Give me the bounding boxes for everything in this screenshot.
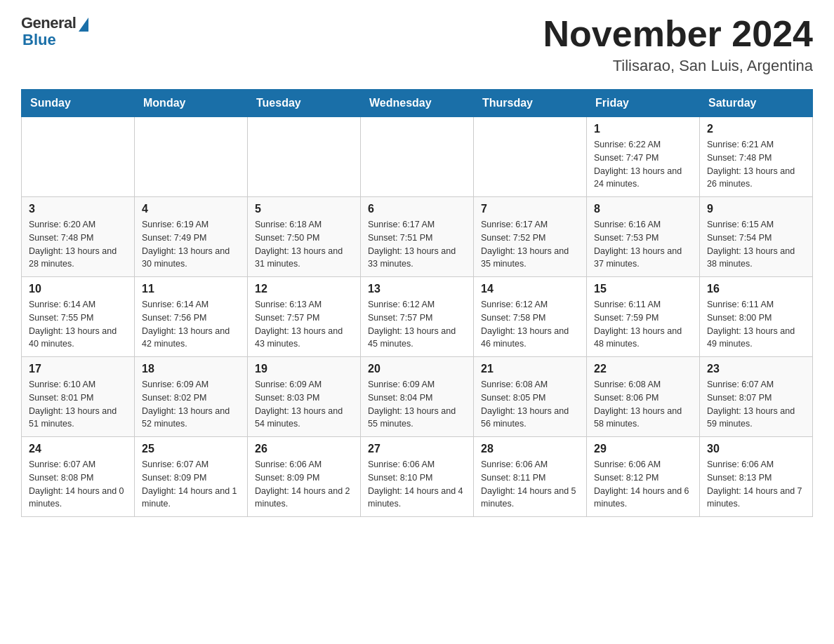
table-row: 15Sunrise: 6:11 AMSunset: 7:59 PMDayligh… [587, 277, 700, 357]
table-row [22, 117, 135, 197]
day-number: 21 [481, 363, 579, 375]
table-row: 11Sunrise: 6:14 AMSunset: 7:56 PMDayligh… [135, 277, 248, 357]
day-sun-info: Sunrise: 6:11 AMSunset: 8:00 PMDaylight:… [707, 298, 805, 351]
table-row: 13Sunrise: 6:12 AMSunset: 7:57 PMDayligh… [361, 277, 474, 357]
day-sun-info: Sunrise: 6:19 AMSunset: 7:49 PMDaylight:… [142, 218, 240, 271]
calendar-week-row: 10Sunrise: 6:14 AMSunset: 7:55 PMDayligh… [22, 277, 813, 357]
table-row: 29Sunrise: 6:06 AMSunset: 8:12 PMDayligh… [587, 437, 700, 517]
day-sun-info: Sunrise: 6:09 AMSunset: 8:02 PMDaylight:… [142, 378, 240, 431]
table-row: 10Sunrise: 6:14 AMSunset: 7:55 PMDayligh… [22, 277, 135, 357]
logo-general-text: General [21, 14, 76, 32]
day-number: 4 [142, 203, 240, 215]
table-row: 9Sunrise: 6:15 AMSunset: 7:54 PMDaylight… [700, 197, 813, 277]
day-sun-info: Sunrise: 6:06 AMSunset: 8:11 PMDaylight:… [481, 458, 579, 511]
day-sun-info: Sunrise: 6:12 AMSunset: 7:58 PMDaylight:… [481, 298, 579, 351]
table-row: 3Sunrise: 6:20 AMSunset: 7:48 PMDaylight… [22, 197, 135, 277]
day-sun-info: Sunrise: 6:14 AMSunset: 7:55 PMDaylight:… [29, 298, 127, 351]
day-number: 10 [29, 283, 127, 295]
day-sun-info: Sunrise: 6:11 AMSunset: 7:59 PMDaylight:… [594, 298, 692, 351]
logo: General Blue [21, 14, 88, 49]
day-number: 30 [707, 443, 805, 455]
day-sun-info: Sunrise: 6:06 AMSunset: 8:12 PMDaylight:… [594, 458, 692, 511]
day-number: 11 [142, 283, 240, 295]
day-sun-info: Sunrise: 6:07 AMSunset: 8:09 PMDaylight:… [142, 458, 240, 511]
table-row: 14Sunrise: 6:12 AMSunset: 7:58 PMDayligh… [474, 277, 587, 357]
table-row: 30Sunrise: 6:06 AMSunset: 8:13 PMDayligh… [700, 437, 813, 517]
location-subtitle: Tilisarao, San Luis, Argentina [543, 57, 813, 75]
col-monday: Monday [135, 90, 248, 117]
day-number: 7 [481, 203, 579, 215]
day-sun-info: Sunrise: 6:12 AMSunset: 7:57 PMDaylight:… [368, 298, 466, 351]
day-number: 17 [29, 363, 127, 375]
table-row: 22Sunrise: 6:08 AMSunset: 8:06 PMDayligh… [587, 357, 700, 437]
calendar-week-row: 3Sunrise: 6:20 AMSunset: 7:48 PMDaylight… [22, 197, 813, 277]
day-sun-info: Sunrise: 6:20 AMSunset: 7:48 PMDaylight:… [29, 218, 127, 271]
col-friday: Friday [587, 90, 700, 117]
table-row: 16Sunrise: 6:11 AMSunset: 8:00 PMDayligh… [700, 277, 813, 357]
table-row: 20Sunrise: 6:09 AMSunset: 8:04 PMDayligh… [361, 357, 474, 437]
table-row [135, 117, 248, 197]
day-number: 25 [142, 443, 240, 455]
table-row: 1Sunrise: 6:22 AMSunset: 7:47 PMDaylight… [587, 117, 700, 197]
day-number: 9 [707, 203, 805, 215]
day-sun-info: Sunrise: 6:16 AMSunset: 7:53 PMDaylight:… [594, 218, 692, 271]
day-number: 20 [368, 363, 466, 375]
table-row: 17Sunrise: 6:10 AMSunset: 8:01 PMDayligh… [22, 357, 135, 437]
table-row: 26Sunrise: 6:06 AMSunset: 8:09 PMDayligh… [248, 437, 361, 517]
table-row: 4Sunrise: 6:19 AMSunset: 7:49 PMDaylight… [135, 197, 248, 277]
day-number: 3 [29, 203, 127, 215]
day-number: 5 [255, 203, 353, 215]
col-thursday: Thursday [474, 90, 587, 117]
calendar-week-row: 24Sunrise: 6:07 AMSunset: 8:08 PMDayligh… [22, 437, 813, 517]
col-saturday: Saturday [700, 90, 813, 117]
day-number: 1 [594, 123, 692, 135]
table-row: 28Sunrise: 6:06 AMSunset: 8:11 PMDayligh… [474, 437, 587, 517]
logo-blue-text: Blue [21, 31, 56, 49]
day-sun-info: Sunrise: 6:21 AMSunset: 7:48 PMDaylight:… [707, 138, 805, 191]
day-number: 12 [255, 283, 353, 295]
table-row: 27Sunrise: 6:06 AMSunset: 8:10 PMDayligh… [361, 437, 474, 517]
table-row: 5Sunrise: 6:18 AMSunset: 7:50 PMDaylight… [248, 197, 361, 277]
table-row: 19Sunrise: 6:09 AMSunset: 8:03 PMDayligh… [248, 357, 361, 437]
day-number: 16 [707, 283, 805, 295]
table-row: 7Sunrise: 6:17 AMSunset: 7:52 PMDaylight… [474, 197, 587, 277]
table-row [361, 117, 474, 197]
col-wednesday: Wednesday [361, 90, 474, 117]
day-number: 28 [481, 443, 579, 455]
day-sun-info: Sunrise: 6:07 AMSunset: 8:07 PMDaylight:… [707, 378, 805, 431]
page-header: General Blue November 2024 Tilisarao, Sa… [21, 14, 813, 75]
day-sun-info: Sunrise: 6:18 AMSunset: 7:50 PMDaylight:… [255, 218, 353, 271]
table-row: 24Sunrise: 6:07 AMSunset: 8:08 PMDayligh… [22, 437, 135, 517]
calendar-table: Sunday Monday Tuesday Wednesday Thursday… [21, 89, 813, 517]
day-number: 2 [707, 123, 805, 135]
day-number: 14 [481, 283, 579, 295]
table-row: 25Sunrise: 6:07 AMSunset: 8:09 PMDayligh… [135, 437, 248, 517]
day-number: 8 [594, 203, 692, 215]
title-block: November 2024 Tilisarao, San Luis, Argen… [543, 14, 813, 75]
calendar-title: November 2024 [543, 14, 813, 54]
day-sun-info: Sunrise: 6:06 AMSunset: 8:13 PMDaylight:… [707, 458, 805, 511]
day-number: 27 [368, 443, 466, 455]
table-row [248, 117, 361, 197]
day-number: 22 [594, 363, 692, 375]
col-tuesday: Tuesday [248, 90, 361, 117]
calendar-header-row: Sunday Monday Tuesday Wednesday Thursday… [22, 90, 813, 117]
table-row: 6Sunrise: 6:17 AMSunset: 7:51 PMDaylight… [361, 197, 474, 277]
day-sun-info: Sunrise: 6:17 AMSunset: 7:51 PMDaylight:… [368, 218, 466, 271]
calendar-week-row: 1Sunrise: 6:22 AMSunset: 7:47 PMDaylight… [22, 117, 813, 197]
table-row: 23Sunrise: 6:07 AMSunset: 8:07 PMDayligh… [700, 357, 813, 437]
day-number: 24 [29, 443, 127, 455]
day-sun-info: Sunrise: 6:06 AMSunset: 8:09 PMDaylight:… [255, 458, 353, 511]
day-sun-info: Sunrise: 6:13 AMSunset: 7:57 PMDaylight:… [255, 298, 353, 351]
table-row: 2Sunrise: 6:21 AMSunset: 7:48 PMDaylight… [700, 117, 813, 197]
day-sun-info: Sunrise: 6:08 AMSunset: 8:05 PMDaylight:… [481, 378, 579, 431]
day-sun-info: Sunrise: 6:09 AMSunset: 8:03 PMDaylight:… [255, 378, 353, 431]
day-sun-info: Sunrise: 6:15 AMSunset: 7:54 PMDaylight:… [707, 218, 805, 271]
day-sun-info: Sunrise: 6:08 AMSunset: 8:06 PMDaylight:… [594, 378, 692, 431]
day-sun-info: Sunrise: 6:09 AMSunset: 8:04 PMDaylight:… [368, 378, 466, 431]
col-sunday: Sunday [22, 90, 135, 117]
table-row: 8Sunrise: 6:16 AMSunset: 7:53 PMDaylight… [587, 197, 700, 277]
day-number: 26 [255, 443, 353, 455]
day-sun-info: Sunrise: 6:10 AMSunset: 8:01 PMDaylight:… [29, 378, 127, 431]
table-row: 21Sunrise: 6:08 AMSunset: 8:05 PMDayligh… [474, 357, 587, 437]
